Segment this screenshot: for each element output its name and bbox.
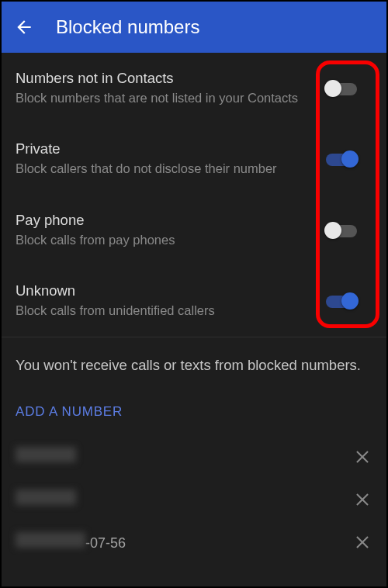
close-icon[interactable] <box>355 493 369 507</box>
toggle-switch[interactable] <box>326 78 359 99</box>
close-icon[interactable] <box>355 450 369 464</box>
setting-title: Private <box>16 140 310 157</box>
setting-desc: Block calls from unidentified callers <box>16 303 310 319</box>
toggle-switch[interactable] <box>326 220 359 240</box>
blocked-number-text <box>16 447 76 466</box>
info-text: You won't receive calls or texts from bl… <box>2 337 386 388</box>
back-icon[interactable] <box>14 17 34 37</box>
appbar: Blocked numbers <box>2 2 386 53</box>
setting-title: Unknown <box>16 282 310 299</box>
setting-text: Numbers not in Contacts Block numbers th… <box>16 70 310 106</box>
setting-unknown[interactable]: Unknown Block calls from unidentified ca… <box>2 265 386 336</box>
setting-desc: Block callers that do not disclose their… <box>16 161 310 177</box>
page-title: Blocked numbers <box>56 16 199 38</box>
blocked-number-row <box>2 478 386 521</box>
setting-text: Pay phone Block calls from pay phones <box>16 212 310 248</box>
close-icon[interactable] <box>355 535 369 549</box>
setting-text: Unknown Block calls from unidentified ca… <box>16 282 310 319</box>
setting-title: Numbers not in Contacts <box>16 70 310 87</box>
toggle-switch[interactable] <box>326 149 359 169</box>
setting-private[interactable]: Private Block callers that do not disclo… <box>2 123 386 194</box>
blocked-number-row: -07-56 <box>2 521 386 563</box>
setting-numbers-not-in-contacts[interactable]: Numbers not in Contacts Block numbers th… <box>2 53 386 123</box>
setting-desc: Block numbers that are not listed in you… <box>16 90 310 106</box>
blocked-number-text: -07-56 <box>16 532 126 552</box>
setting-pay-phone[interactable]: Pay phone Block calls from pay phones <box>2 195 386 265</box>
content-area: Numbers not in Contacts Block numbers th… <box>2 53 386 563</box>
setting-text: Private Block callers that do not disclo… <box>16 140 310 177</box>
setting-desc: Block calls from pay phones <box>16 232 310 248</box>
setting-title: Pay phone <box>16 212 310 229</box>
toggle-switch[interactable] <box>326 291 359 311</box>
blocked-number-row <box>2 435 386 478</box>
blocked-number-text <box>16 489 76 509</box>
add-number-button[interactable]: ADD A NUMBER <box>2 387 386 435</box>
